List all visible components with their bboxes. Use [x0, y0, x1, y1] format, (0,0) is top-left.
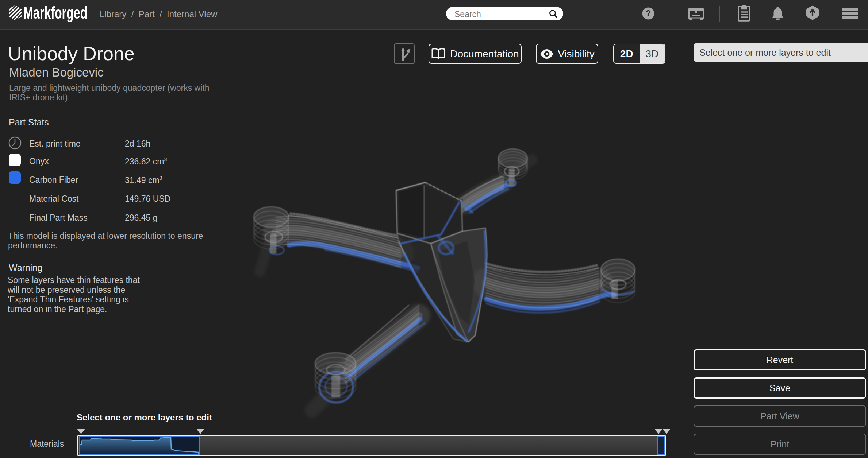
- svg-text:?: ?: [646, 9, 651, 18]
